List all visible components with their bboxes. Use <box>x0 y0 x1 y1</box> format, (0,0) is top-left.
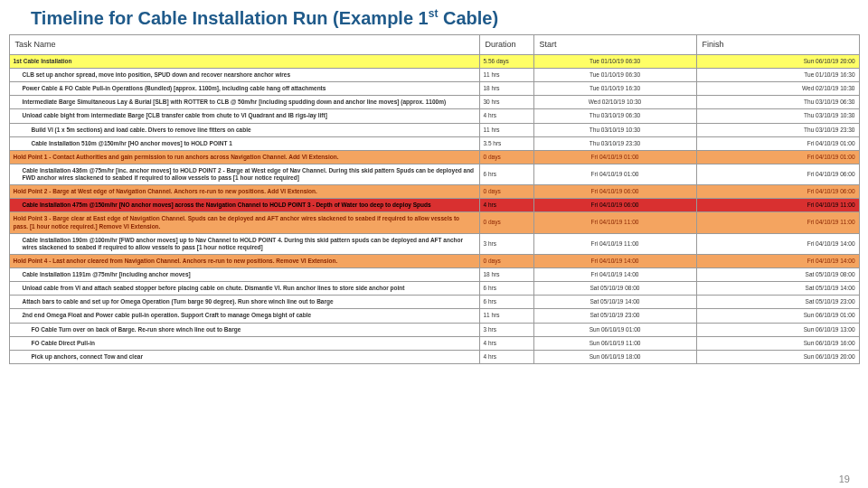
cell-task-name: Cable Installation 510m @150m/hr [HO anc… <box>9 136 479 150</box>
timeline-table: Task Name Duration Start Finish 1st Cabl… <box>9 34 860 364</box>
cell-duration: 5.56 days <box>479 54 533 68</box>
cell-duration: 11 hrs <box>479 69 533 82</box>
cell-task-name: Hold Point 4 - Last anchor cleared from … <box>9 254 479 267</box>
cell-finish: Fri 04/10/19 11:00 <box>696 199 859 212</box>
table-row: Cable Installation 1191m @75m/hr [includ… <box>9 268 859 282</box>
cell-duration: 4 hrs <box>479 336 533 350</box>
cell-task-name: Cable Installation 190m @100m/hr [FWD an… <box>9 233 479 254</box>
cell-duration: 3 hrs <box>479 233 533 254</box>
cell-task-name: Unload cable bight from intermediate Bar… <box>9 109 479 123</box>
cell-start: Fri 04/10/19 11:00 <box>533 233 696 254</box>
cell-finish: Fri 04/10/19 06:00 <box>696 185 859 199</box>
cell-start: Fri 04/10/19 14:00 <box>533 254 696 267</box>
cell-duration: 6 hrs <box>479 282 533 296</box>
cell-duration: 4 hrs <box>479 350 533 363</box>
table-row: FO Cable Direct Pull-in4 hrsSun 06/10/19… <box>9 336 859 350</box>
cell-task-name: 2nd end Omega Float and Power cable pull… <box>9 309 479 323</box>
cell-duration: 3 hrs <box>479 323 533 336</box>
cell-finish: Sun 06/10/19 20:00 <box>696 350 859 363</box>
table-row: 2nd end Omega Float and Power cable pull… <box>9 309 859 323</box>
cell-task-name: Pick up anchors, connect Tow and clear <box>9 350 479 363</box>
cell-task-name: Hold Point 3 - Barge clear at East edge … <box>9 212 479 233</box>
cell-start: Fri 04/10/19 01:00 <box>533 150 696 164</box>
cell-task-name: FO Cable Direct Pull-in <box>9 336 479 350</box>
cell-finish: Sun 06/10/19 20:00 <box>696 54 859 68</box>
cell-start: Fri 04/10/19 06:00 <box>533 199 696 212</box>
table-row: CLB set up anchor spread, move into posi… <box>9 69 859 82</box>
cell-start: Sat 05/10/19 08:00 <box>533 282 696 296</box>
table-row: Cable Installation 436m @75m/hr [inc. an… <box>9 164 859 184</box>
col-task-name: Task Name <box>9 34 479 54</box>
cell-finish: Fri 04/10/19 01:00 <box>696 150 859 164</box>
cell-start: Sun 06/10/19 11:00 <box>533 336 696 350</box>
cell-start: Tue 01/10/19 06:30 <box>533 69 696 82</box>
table-row: 1st Cable Installation5.56 daysTue 01/10… <box>9 54 859 68</box>
table-row: FO Cable Turn over on back of Barge. Re-… <box>9 323 859 336</box>
cell-start: Fri 04/10/19 11:00 <box>533 212 696 233</box>
cell-task-name: 1st Cable Installation <box>9 54 479 68</box>
cell-duration: 3.5 hrs <box>479 136 533 150</box>
cell-finish: Fri 04/10/19 14:00 <box>696 254 859 267</box>
cell-duration: 6 hrs <box>479 164 533 184</box>
cell-duration: 4 hrs <box>479 109 533 123</box>
table-row: Hold Point 2 - Barge at West edge of Nav… <box>9 185 859 199</box>
cell-duration: 18 hrs <box>479 82 533 96</box>
table-row: Cable Installation 510m @150m/hr [HO anc… <box>9 136 859 150</box>
table-row: Pick up anchors, connect Tow and clear4 … <box>9 350 859 363</box>
page-title: Timeline for Cable Installation Run (Exa… <box>0 0 868 34</box>
table-row: Hold Point 4 - Last anchor cleared from … <box>9 254 859 267</box>
cell-start: Tue 01/10/19 16:30 <box>533 82 696 96</box>
cell-start: Sun 06/10/19 01:00 <box>533 323 696 336</box>
cell-finish: Tue 01/10/19 16:30 <box>696 69 859 82</box>
cell-start: Fri 04/10/19 14:00 <box>533 268 696 282</box>
cell-duration: 6 hrs <box>479 296 533 309</box>
cell-finish: Fri 04/10/19 14:00 <box>696 233 859 254</box>
cell-duration: 18 hrs <box>479 268 533 282</box>
cell-start: Wed 02/10/19 10:30 <box>533 96 696 109</box>
cell-finish: Sat 05/10/19 08:00 <box>696 268 859 282</box>
cell-finish: Sat 05/10/19 23:00 <box>696 296 859 309</box>
cell-duration: 0 days <box>479 254 533 267</box>
cell-task-name: Build VI (1 x 5m sections) and load cabl… <box>9 123 479 136</box>
cell-start: Fri 04/10/19 06:00 <box>533 185 696 199</box>
cell-duration: 0 days <box>479 150 533 164</box>
cell-start: Tue 01/10/19 06:30 <box>533 54 696 68</box>
cell-start: Sun 06/10/19 18:00 <box>533 350 696 363</box>
table-row: Hold Point 1 - Contact Authorities and g… <box>9 150 859 164</box>
cell-duration: 11 hrs <box>479 309 533 323</box>
table-row: Power Cable & FO Cable Pull-in Operation… <box>9 82 859 96</box>
cell-task-name: FO Cable Turn over on back of Barge. Re-… <box>9 323 479 336</box>
cell-task-name: Cable Installation 436m @75m/hr [inc. an… <box>9 164 479 184</box>
cell-start: Thu 03/10/19 06:30 <box>533 109 696 123</box>
table-row: Intermediate Barge Simultaneous Lay & Bu… <box>9 96 859 109</box>
cell-task-name: Unload cable from VI and attach seabed s… <box>9 282 479 296</box>
cell-task-name: Hold Point 1 - Contact Authorities and g… <box>9 150 479 164</box>
table-row: Cable Installation 190m @100m/hr [FWD an… <box>9 233 859 254</box>
cell-task-name: Power Cable & FO Cable Pull-in Operation… <box>9 82 479 96</box>
cell-start: Sat 05/10/19 23:00 <box>533 309 696 323</box>
cell-finish: Fri 04/10/19 06:00 <box>696 164 859 184</box>
table-row: Hold Point 3 - Barge clear at East edge … <box>9 212 859 233</box>
col-finish: Finish <box>696 34 859 54</box>
cell-task-name: Cable Installation 475m @150m/hr [NO anc… <box>9 199 479 212</box>
cell-finish: Fri 04/10/19 11:00 <box>696 212 859 233</box>
table-row: Unload cable from VI and attach seabed s… <box>9 282 859 296</box>
title-sup: st <box>429 7 439 20</box>
cell-duration: 4 hrs <box>479 199 533 212</box>
cell-finish: Sun 06/10/19 01:00 <box>696 309 859 323</box>
table-header-row: Task Name Duration Start Finish <box>9 34 859 54</box>
table-row: Unload cable bight from intermediate Bar… <box>9 109 859 123</box>
cell-finish: Thu 03/10/19 06:30 <box>696 96 859 109</box>
cell-task-name: CLB set up anchor spread, move into posi… <box>9 69 479 82</box>
cell-duration: 11 hrs <box>479 123 533 136</box>
cell-duration: 0 days <box>479 185 533 199</box>
col-start: Start <box>533 34 696 54</box>
cell-duration: 30 hrs <box>479 96 533 109</box>
col-duration: Duration <box>479 34 533 54</box>
table-row: Build VI (1 x 5m sections) and load cabl… <box>9 123 859 136</box>
cell-finish: Sun 06/10/19 13:00 <box>696 323 859 336</box>
cell-start: Thu 03/10/19 23:30 <box>533 136 696 150</box>
cell-finish: Fri 04/10/19 01:00 <box>696 136 859 150</box>
cell-task-name: Intermediate Barge Simultaneous Lay & Bu… <box>9 96 479 109</box>
cell-finish: Sun 06/10/19 16:00 <box>696 336 859 350</box>
